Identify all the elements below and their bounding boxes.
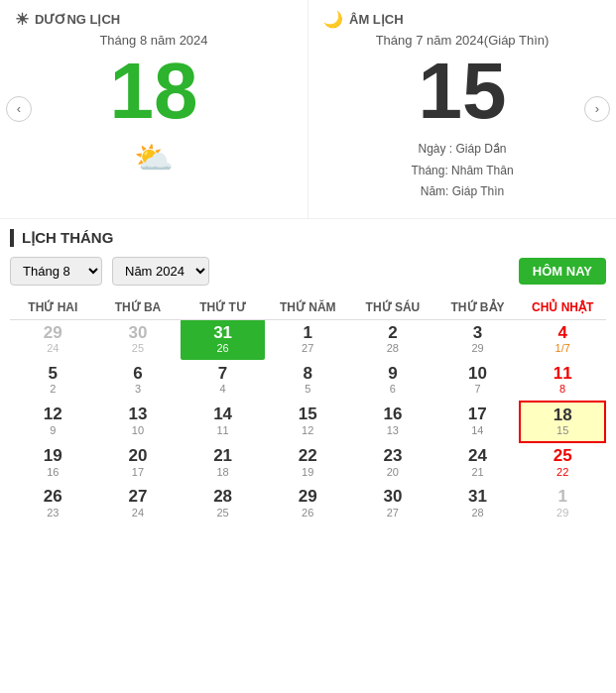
am-lich-label: 🌙 ÂM LỊCH bbox=[323, 10, 601, 29]
table-row[interactable]: 2924 bbox=[11, 319, 96, 360]
table-row[interactable]: 1512 bbox=[265, 402, 350, 443]
table-row[interactable]: 96 bbox=[350, 360, 435, 401]
calendar-table: THỨ HAITHỨ BATHỨ TƯTHỨ NĂMTHỨ SÁUTHỨ BẢY… bbox=[10, 295, 606, 524]
duong-lich-panel: ‹ ☀ DƯƠNG LỊCH Tháng 8 năm 2024 18 ⛅ bbox=[0, 0, 308, 218]
table-row[interactable]: 74 bbox=[181, 360, 266, 401]
calendar-title: LỊCH THÁNG bbox=[10, 229, 606, 247]
moon-icon: 🌙 bbox=[323, 10, 343, 29]
duong-date-big: 18 bbox=[15, 52, 293, 131]
table-row[interactable]: 2724 bbox=[95, 484, 181, 524]
table-row[interactable]: 3025 bbox=[95, 319, 181, 360]
col-header-5: THỨ BẢY bbox=[435, 295, 521, 320]
table-row[interactable]: 2219 bbox=[265, 442, 350, 483]
table-row[interactable]: 1613 bbox=[350, 402, 435, 443]
hom-nay-button[interactable]: HÔM NAY bbox=[519, 258, 606, 285]
table-row[interactable]: 2926 bbox=[265, 484, 350, 524]
table-row[interactable]: 118 bbox=[520, 360, 605, 401]
weather-icon: ⛅ bbox=[15, 139, 293, 176]
table-row[interactable]: 1815 bbox=[520, 402, 605, 443]
table-row[interactable]: 329 bbox=[435, 319, 521, 360]
calendar-controls: Tháng 1Tháng 2Tháng 3Tháng 4Tháng 5Tháng… bbox=[10, 257, 606, 286]
table-row[interactable]: 3128 bbox=[435, 484, 521, 524]
year-select[interactable]: Năm 2022Năm 2023Năm 2024Năm 2025Năm 2026 bbox=[112, 257, 209, 286]
col-header-2: THỨ TƯ bbox=[181, 295, 266, 320]
table-row[interactable]: 2320 bbox=[350, 442, 435, 483]
col-header-0: THỨ HAI bbox=[11, 295, 96, 320]
col-header-4: THỨ SÁU bbox=[350, 295, 435, 320]
table-row[interactable]: 1714 bbox=[435, 402, 521, 443]
table-row[interactable]: 2118 bbox=[181, 442, 266, 483]
am-info: Ngày : Giáp Dần Tháng: Nhâm Thân Năm: Gi… bbox=[323, 139, 601, 203]
col-header-6: CHỦ NHẬT bbox=[520, 295, 605, 320]
am-lich-panel: › 🌙 ÂM LỊCH Tháng 7 năm 2024(Giáp Thìn) … bbox=[308, 0, 616, 218]
table-row[interactable]: 129 bbox=[11, 402, 96, 443]
col-header-3: THỨ NĂM bbox=[265, 295, 350, 320]
sun-icon: ☀ bbox=[15, 10, 29, 29]
table-row[interactable]: 85 bbox=[265, 360, 350, 401]
table-row[interactable]: 127 bbox=[265, 319, 350, 360]
table-row[interactable]: 2623 bbox=[11, 484, 96, 524]
table-row[interactable]: 2522 bbox=[520, 442, 605, 483]
table-row[interactable]: 2421 bbox=[435, 442, 521, 483]
duong-month-year: Tháng 8 năm 2024 bbox=[15, 33, 293, 48]
table-row[interactable]: 2825 bbox=[181, 484, 266, 524]
table-row[interactable]: 107 bbox=[435, 360, 521, 401]
table-row[interactable]: 2017 bbox=[95, 442, 181, 483]
table-row[interactable]: 228 bbox=[350, 319, 435, 360]
prev-button[interactable]: ‹ bbox=[6, 96, 32, 122]
table-row[interactable]: 41/7 bbox=[520, 319, 605, 360]
table-row[interactable]: 1411 bbox=[181, 402, 266, 443]
table-row[interactable]: 52 bbox=[11, 360, 96, 401]
am-date-big: 15 bbox=[323, 52, 601, 131]
am-month-year: Tháng 7 năm 2024(Giáp Thìn) bbox=[323, 33, 601, 48]
col-header-1: THỨ BA bbox=[95, 295, 181, 320]
table-row[interactable]: 3027 bbox=[350, 484, 435, 524]
table-row[interactable]: 129 bbox=[520, 484, 605, 524]
month-select[interactable]: Tháng 1Tháng 2Tháng 3Tháng 4Tháng 5Tháng… bbox=[10, 257, 102, 286]
next-button[interactable]: › bbox=[584, 96, 610, 122]
table-row[interactable]: 1916 bbox=[11, 442, 96, 483]
table-row[interactable]: 3126 bbox=[181, 319, 266, 360]
table-row[interactable]: 1310 bbox=[95, 402, 181, 443]
table-row[interactable]: 63 bbox=[95, 360, 181, 401]
top-section: ‹ ☀ DƯƠNG LỊCH Tháng 8 năm 2024 18 ⛅ › 🌙… bbox=[0, 0, 616, 219]
calendar-section: LỊCH THÁNG Tháng 1Tháng 2Tháng 3Tháng 4T… bbox=[0, 219, 616, 534]
duong-lich-label: ☀ DƯƠNG LỊCH bbox=[15, 10, 293, 29]
